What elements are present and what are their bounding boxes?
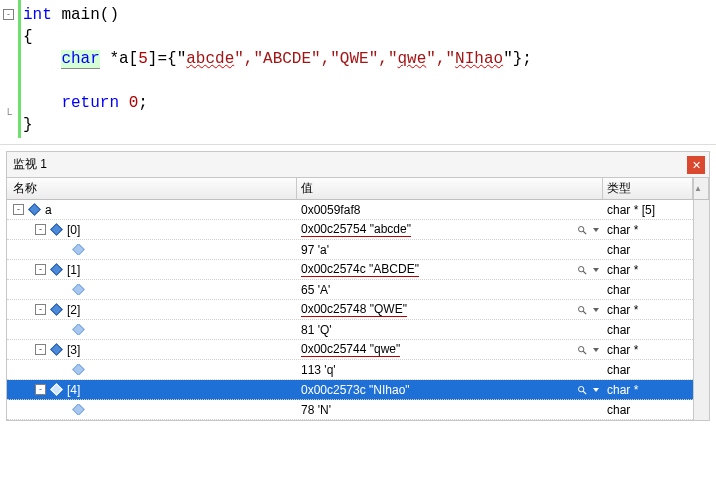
header-type[interactable]: 类型	[603, 178, 693, 199]
magnifier-icon[interactable]	[577, 344, 589, 356]
expand-toggle	[57, 324, 68, 335]
kw-int: int	[23, 6, 52, 24]
dropdown-icon[interactable]	[593, 268, 599, 272]
svg-point-8	[579, 386, 584, 391]
kw-return: return	[61, 94, 119, 112]
expand-toggle[interactable]: -	[35, 264, 46, 275]
variable-icon	[72, 364, 85, 375]
table-row[interactable]: -[1]0x00c2574c "ABCDE"char *	[7, 260, 693, 280]
svg-line-7	[583, 351, 586, 354]
var-value: 0x00c25744 "qwe"	[301, 342, 400, 357]
table-row[interactable]: 65 'A'char	[7, 280, 693, 300]
svg-line-9	[583, 391, 586, 394]
var-type: char * [5]	[603, 203, 693, 217]
var-value: 97 'a'	[301, 243, 329, 257]
magnifier-icon[interactable]	[577, 264, 589, 276]
var-type: char *	[603, 383, 693, 397]
dropdown-icon[interactable]	[593, 348, 599, 352]
expand-toggle	[57, 364, 68, 375]
scroll-up-icon[interactable]: ▲	[693, 178, 709, 199]
close-icon[interactable]: ✕	[687, 156, 705, 174]
var-type: char	[603, 363, 693, 377]
expand-toggle	[57, 244, 68, 255]
table-row[interactable]: -a0x0059faf8char * [5]	[7, 200, 693, 220]
expand-toggle	[57, 284, 68, 295]
var-type: char *	[603, 343, 693, 357]
table-row[interactable]: -[3]0x00c25744 "qwe"char *	[7, 340, 693, 360]
var-name: [4]	[67, 383, 80, 397]
var-value: 81 'Q'	[301, 323, 332, 337]
svg-point-6	[579, 346, 584, 351]
table-row[interactable]: -[4]0x00c2573c "NIhao"char *	[7, 380, 693, 400]
variable-icon	[28, 203, 41, 216]
expand-toggle[interactable]: -	[35, 344, 46, 355]
var-value: 113 'q'	[301, 363, 336, 377]
expand-toggle[interactable]: -	[35, 384, 46, 395]
svg-line-3	[583, 271, 586, 274]
var-name: [3]	[67, 343, 80, 357]
table-row[interactable]: 113 'q'char	[7, 360, 693, 380]
var-value: 0x00c2574c "ABCDE"	[301, 262, 419, 277]
var-value: 65 'A'	[301, 283, 330, 297]
var-type: char	[603, 283, 693, 297]
table-row[interactable]: -[2]0x00c25748 "QWE"char *	[7, 300, 693, 320]
variable-icon	[50, 223, 63, 236]
panel-title-text: 监视 1	[13, 156, 687, 173]
var-value: 0x0059faf8	[301, 203, 360, 217]
variable-icon	[72, 284, 85, 295]
svg-line-1	[583, 231, 586, 234]
var-type: char	[603, 403, 693, 417]
table-row[interactable]: 81 'Q'char	[7, 320, 693, 340]
table-row[interactable]: 78 'N'char	[7, 400, 693, 420]
dropdown-icon[interactable]	[593, 228, 599, 232]
code-editor: - └ int main() { char *a[5]={"abcde","AB…	[0, 0, 716, 145]
var-type: char	[603, 323, 693, 337]
var-type: char *	[603, 303, 693, 317]
expand-toggle[interactable]: -	[35, 224, 46, 235]
var-type: char *	[603, 223, 693, 237]
variable-icon	[50, 263, 63, 276]
svg-line-5	[583, 311, 586, 314]
magnifier-icon[interactable]	[577, 224, 589, 236]
var-value: 78 'N'	[301, 403, 331, 417]
scrollbar[interactable]	[693, 200, 709, 420]
fold-toggle[interactable]: -	[3, 9, 14, 20]
expand-toggle	[57, 404, 68, 415]
variable-icon	[72, 244, 85, 255]
panel-titlebar: 监视 1 ✕	[7, 152, 709, 178]
dropdown-icon[interactable]	[593, 308, 599, 312]
magnifier-icon[interactable]	[577, 304, 589, 316]
header-value[interactable]: 值	[297, 178, 603, 199]
variable-icon	[50, 343, 63, 356]
watch-panel: 监视 1 ✕ 名称 值 类型 ▲ -a0x0059faf8char * [5]-…	[6, 151, 710, 421]
var-value: 0x00c25748 "QWE"	[301, 302, 407, 317]
variable-icon	[72, 324, 85, 335]
variable-icon	[50, 383, 63, 396]
var-type: char	[603, 243, 693, 257]
svg-point-4	[579, 306, 584, 311]
kw-char: char	[61, 50, 99, 69]
fold-end: └	[3, 108, 14, 120]
variable-icon	[50, 303, 63, 316]
dropdown-icon[interactable]	[593, 388, 599, 392]
var-name: [2]	[67, 303, 80, 317]
var-name: [0]	[67, 223, 80, 237]
grid-header: 名称 值 类型 ▲	[7, 178, 709, 200]
var-name: a	[45, 203, 52, 217]
var-type: char *	[603, 263, 693, 277]
var-value: 0x00c2573c "NIhao"	[301, 383, 410, 397]
var-name: [1]	[67, 263, 80, 277]
expand-toggle[interactable]: -	[13, 204, 24, 215]
header-name[interactable]: 名称	[7, 178, 297, 199]
magnifier-icon[interactable]	[577, 384, 589, 396]
variable-icon	[72, 404, 85, 415]
fold-gutter: - └	[0, 0, 18, 138]
svg-point-2	[579, 266, 584, 271]
expand-toggle[interactable]: -	[35, 304, 46, 315]
code-text[interactable]: int main() { char *a[5]={"abcde","ABCDE"…	[18, 0, 716, 138]
svg-point-0	[579, 226, 584, 231]
table-row[interactable]: 97 'a'char	[7, 240, 693, 260]
grid-rows: -a0x0059faf8char * [5]-[0]0x00c25754 "ab…	[7, 200, 693, 420]
table-row[interactable]: -[0]0x00c25754 "abcde"char *	[7, 220, 693, 240]
var-value: 0x00c25754 "abcde"	[301, 222, 411, 237]
